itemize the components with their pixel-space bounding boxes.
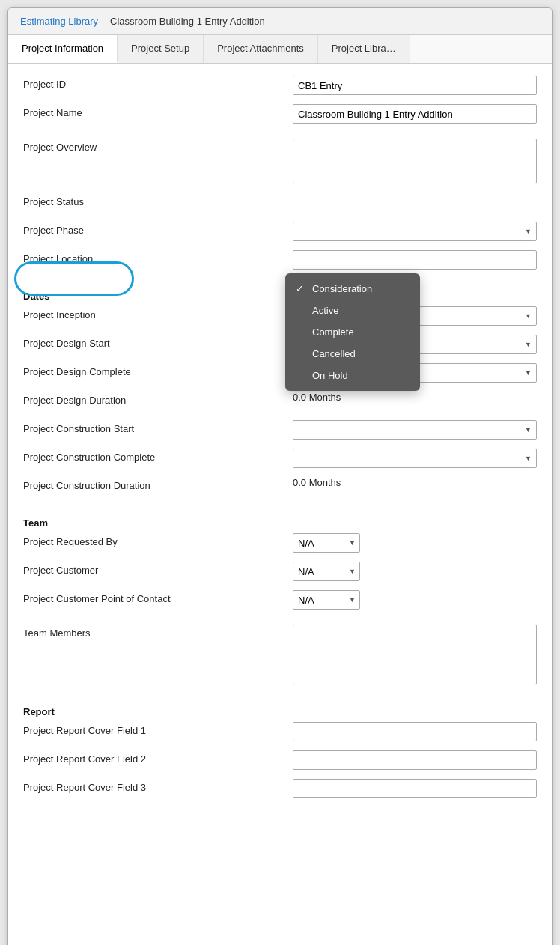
project-customer-label: Project Customer (23, 562, 293, 576)
project-design-complete-row: Project Design Complete (23, 363, 537, 384)
project-phase-select-wrapper (293, 222, 537, 241)
status-option-active[interactable]: Active (285, 300, 420, 321)
project-construction-duration-label: Project Construction Duration (23, 477, 293, 491)
project-design-duration-label: Project Design Duration (23, 392, 293, 406)
project-name-row: Project Name (23, 104, 537, 125)
project-customer-poc-value-wrapper: N/A (293, 590, 537, 610)
project-phase-row: Project Phase (23, 222, 537, 243)
report-cover-1-input[interactable] (293, 722, 537, 741)
project-requested-by-select-wrapper: N/A (293, 533, 360, 553)
project-customer-poc-row: Project Customer Point of Contact N/A (23, 590, 537, 611)
report-cover-2-label: Project Report Cover Field 2 (23, 750, 293, 765)
project-construction-start-select-wrapper (293, 420, 537, 440)
team-header: Team (23, 517, 537, 529)
project-design-complete-label: Project Design Complete (23, 363, 293, 377)
report-cover-1-value-wrapper (293, 722, 537, 741)
project-name-value-wrapper (293, 104, 537, 124)
title-bar: Estimating Library Classroom Building 1 … (8, 8, 552, 35)
project-phase-label: Project Phase (23, 222, 293, 236)
project-construction-complete-value-wrapper (293, 449, 537, 468)
project-phase-value-wrapper (293, 222, 537, 241)
team-members-textarea[interactable] (293, 625, 537, 684)
report-cover-3-input[interactable] (293, 779, 537, 798)
tab-project-library[interactable]: Project Libra… (318, 35, 410, 63)
status-option-on-hold[interactable]: On Hold (285, 365, 420, 386)
report-cover-3-value-wrapper (293, 779, 537, 798)
project-status-row: Project Status (23, 193, 537, 214)
report-cover-2-input[interactable] (293, 750, 537, 770)
project-requested-by-value-wrapper: N/A (293, 533, 537, 553)
project-name-input[interactable] (293, 104, 537, 124)
title-bar-project-title: Classroom Building 1 Entry Addition (110, 16, 265, 27)
project-construction-start-value-wrapper (293, 420, 537, 440)
project-design-duration-value-wrapper: 0.0 Months (293, 392, 537, 403)
project-overview-label: Project Overview (23, 139, 293, 153)
library-link[interactable]: Estimating Library (20, 16, 98, 27)
project-inception-row: Project Inception (23, 306, 537, 327)
report-cover-2-row: Project Report Cover Field 2 (23, 750, 537, 771)
project-requested-by-select[interactable]: N/A (293, 533, 360, 553)
project-construction-complete-label: Project Construction Complete (23, 449, 293, 463)
project-location-input[interactable] (293, 250, 537, 270)
team-members-label: Team Members (23, 625, 293, 639)
project-id-value-wrapper (293, 76, 537, 95)
project-design-duration-row: Project Design Duration 0.0 Months (23, 392, 537, 413)
report-cover-3-label: Project Report Cover Field 3 (23, 779, 293, 793)
project-customer-poc-select[interactable]: N/A (293, 590, 360, 610)
report-cover-3-row: Project Report Cover Field 3 (23, 779, 537, 800)
team-members-value-wrapper (293, 625, 537, 687)
project-status-label: Project Status (23, 193, 293, 207)
status-option-consideration[interactable]: Consideration (285, 278, 420, 300)
project-id-input[interactable] (293, 76, 537, 95)
tab-project-information[interactable]: Project Information (8, 35, 118, 63)
project-customer-select-wrapper: N/A (293, 562, 360, 581)
project-location-value-wrapper (293, 250, 537, 270)
project-construction-start-select[interactable] (293, 420, 537, 440)
project-overview-textarea[interactable] (293, 139, 537, 183)
project-phase-select[interactable] (293, 222, 537, 241)
project-inception-label: Project Inception (23, 306, 293, 320)
project-customer-poc-select-wrapper: N/A (293, 590, 360, 610)
project-requested-by-label: Project Requested By (23, 533, 293, 547)
status-option-complete[interactable]: Complete (285, 321, 420, 343)
team-members-row: Team Members (23, 625, 537, 687)
project-id-row: Project ID (23, 76, 537, 97)
project-requested-by-row: Project Requested By N/A (23, 533, 537, 554)
dates-header: Dates (23, 291, 537, 302)
project-construction-duration-value: 0.0 Months (293, 474, 341, 488)
project-construction-start-row: Project Construction Start (23, 420, 537, 441)
project-construction-complete-row: Project Construction Complete (23, 449, 537, 470)
tab-project-attachments[interactable]: Project Attachments (204, 35, 318, 63)
report-header: Report (23, 706, 537, 717)
tab-project-setup[interactable]: Project Setup (118, 35, 204, 63)
tab-bar: Project Information Project Setup Projec… (8, 35, 552, 64)
project-customer-poc-label: Project Customer Point of Contact (23, 590, 293, 604)
project-id-label: Project ID (23, 76, 293, 90)
project-design-start-row: Project Design Start (23, 335, 537, 356)
project-overview-row: Project Overview (23, 139, 537, 186)
status-option-cancelled[interactable]: Cancelled (285, 343, 420, 365)
status-dropdown-menu: Consideration Active Complete Cancelled … (285, 273, 420, 391)
report-cover-1-row: Project Report Cover Field 1 (23, 722, 537, 743)
project-location-row: Project Location (23, 250, 537, 271)
project-customer-select[interactable]: N/A (293, 562, 360, 581)
project-location-label: Project Location (23, 250, 293, 264)
project-customer-value-wrapper: N/A (293, 562, 537, 581)
report-cover-1-label: Project Report Cover Field 1 (23, 722, 293, 736)
project-name-label: Project Name (23, 104, 293, 118)
project-overview-value-wrapper (293, 139, 537, 186)
main-window: Estimating Library Classroom Building 1 … (7, 7, 553, 945)
project-customer-row: Project Customer N/A (23, 562, 537, 583)
project-construction-start-label: Project Construction Start (23, 420, 293, 434)
project-construction-duration-value-wrapper: 0.0 Months (293, 477, 537, 488)
project-construction-complete-select-wrapper (293, 449, 537, 468)
project-construction-complete-select[interactable] (293, 449, 537, 468)
project-design-start-label: Project Design Start (23, 335, 293, 349)
form-content: Project ID Project Name Project Overview… (8, 64, 552, 819)
report-cover-2-value-wrapper (293, 750, 537, 770)
project-construction-duration-row: Project Construction Duration 0.0 Months (23, 477, 537, 498)
